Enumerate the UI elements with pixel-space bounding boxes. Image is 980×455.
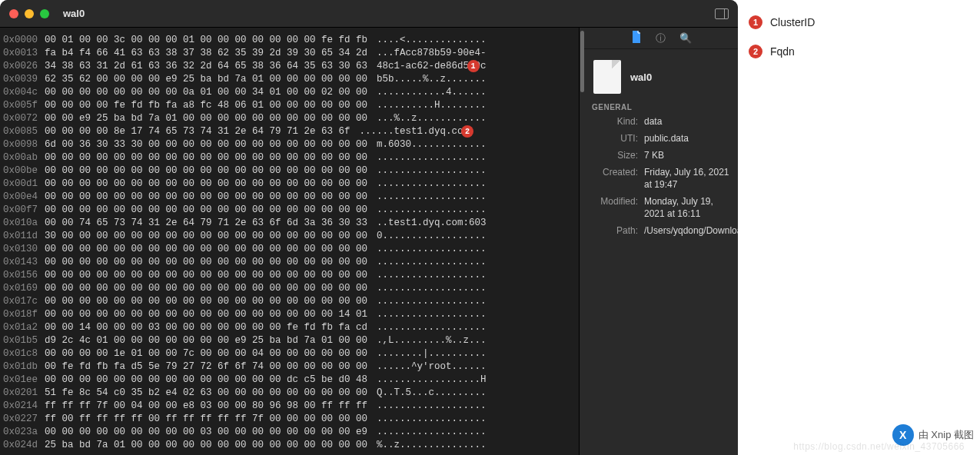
hex-view[interactable]: 0x000000 01 00 00 3c 00 00 00 01 00 00 0… — [0, 28, 579, 455]
file-thumbnail-icon — [593, 60, 621, 94]
hex-row: 0x010a00 00 74 65 73 74 31 2e 64 79 71 2… — [3, 217, 576, 230]
hex-row: 0x017c00 00 00 00 00 00 00 00 00 00 00 0… — [3, 295, 576, 308]
hex-bytes: 00 00 00 00 00 00 00 00 00 00 00 00 00 0… — [45, 204, 367, 217]
hex-ascii: b5b.....%..z....... — [377, 73, 487, 86]
hex-row: 0x003962 35 62 00 00 00 00 e9 25 ba bd 7… — [3, 73, 576, 86]
hex-address: 0x00be — [3, 164, 45, 178]
inspector-key: Kind: — [592, 115, 638, 128]
hex-bytes: 00 00 00 00 00 00 00 00 00 00 00 00 00 0… — [45, 164, 367, 178]
hex-address: 0x018f — [3, 308, 45, 321]
annotation-badge: 2 — [749, 45, 762, 58]
inspector-value: Friday, July 16, 2021 at 19:47 — [644, 166, 730, 191]
search-tab-icon[interactable]: 🔍 — [679, 32, 692, 44]
hex-bytes: 00 00 00 00 00 00 00 00 00 00 00 00 00 0… — [45, 256, 367, 269]
hex-ascii: ................... — [377, 282, 487, 295]
hex-ascii: ..test1.dyq.com:603 — [377, 217, 487, 230]
doc-info-tab-icon[interactable] — [631, 31, 642, 45]
hex-address: 0x01b5 — [3, 334, 45, 347]
hex-bytes: 00 00 00 00 8e 17 74 65 73 74 31 2e 64 7… — [45, 125, 350, 138]
inspector-row: Modified:Monday, July 19, 2021 at 16:11 — [584, 193, 738, 222]
hex-bytes: ff 00 ff ff ff ff 00 ff ff ff ff ff 7f 0… — [45, 413, 367, 426]
hex-ascii: ...fAcc878b59-90e4- — [377, 47, 487, 60]
hex-ascii: ................... — [377, 164, 487, 178]
annotation-label: ClusterID — [770, 16, 815, 28]
hex-address: 0x017c — [3, 295, 45, 308]
hex-ascii: ..........H........ — [377, 99, 487, 112]
hex-ascii: ....<.............. — [377, 34, 487, 47]
hex-bytes: 00 00 00 00 00 00 00 00 0a 01 00 00 34 0… — [45, 86, 367, 99]
hex-ascii: ................... — [377, 151, 487, 164]
hex-bytes: ff ff ff 7f 00 04 00 00 e8 03 00 00 80 9… — [45, 400, 367, 413]
hex-row: 0x0214ff ff ff 7f 00 04 00 00 e8 03 00 0… — [3, 400, 576, 413]
hex-ascii: ......test1.dyq.co — [360, 125, 463, 138]
hex-bytes: 00 00 74 65 73 74 31 2e 64 79 71 2e 63 6… — [45, 217, 367, 230]
hex-bytes: 00 00 00 00 00 00 00 00 00 00 00 00 00 0… — [45, 151, 367, 164]
hex-row: 0x00ab00 00 00 00 00 00 00 00 00 00 00 0… — [3, 151, 576, 164]
hex-row: 0x008500 00 00 00 8e 17 74 65 73 74 31 2… — [3, 125, 576, 138]
hex-address: 0x0214 — [3, 400, 45, 413]
hex-address: 0x0169 — [3, 282, 45, 295]
inspector-key: Modified: — [592, 195, 638, 220]
sidebar-toggle-icon[interactable] — [715, 8, 729, 19]
hex-ascii: %..z............... — [377, 439, 487, 452]
window-close-icon[interactable] — [9, 9, 18, 18]
inspector-row: Path:/Users/yqdong/Downloads/shareforvmw… — [584, 222, 738, 239]
inspector-key: UTI: — [592, 132, 638, 144]
hex-bytes: 00 00 00 00 1e 01 00 00 7c 00 00 00 04 0… — [45, 347, 367, 360]
hex-bytes: d9 2c 4c 01 00 00 00 00 00 00 00 e9 25 b… — [45, 334, 367, 347]
hex-scrollbar[interactable] — [579, 28, 584, 455]
inspector-panel: ⓘ 🔍 wal0 GENERAL Kind:dataUTI:public.dat… — [584, 28, 738, 455]
hex-address: 0x010a — [3, 217, 45, 230]
hex-ascii: ................... — [377, 321, 487, 334]
hex-row: 0x015600 00 00 00 00 00 00 00 00 00 00 0… — [3, 269, 576, 282]
hex-row: 0x00d100 00 00 00 00 00 00 00 00 00 00 0… — [3, 178, 576, 191]
inspector-key: Path: — [592, 224, 638, 237]
hex-ascii: ......^y'root...... — [377, 360, 487, 374]
hex-bytes: 00 00 00 00 00 00 00 00 00 00 00 00 00 0… — [45, 374, 367, 387]
window-minimize-icon[interactable] — [25, 9, 34, 18]
hex-ascii: Q..T.5...c......... — [377, 387, 487, 400]
hex-address: 0x004c — [3, 86, 45, 99]
inspector-value: data — [644, 115, 662, 128]
hex-row: 0x013000 00 00 00 00 00 00 00 00 00 00 0… — [3, 243, 576, 256]
hex-address: 0x0098 — [3, 138, 45, 151]
hex-row: 0x01db00 fe fd fb fa d5 5e 79 27 72 6f 6… — [3, 360, 576, 374]
hex-row: 0x01b5d9 2c 4c 01 00 00 00 00 00 00 00 e… — [3, 334, 576, 347]
hex-address: 0x00ab — [3, 151, 45, 164]
hex-ascii: ................... — [377, 308, 487, 321]
hex-address: 0x01c8 — [3, 347, 45, 360]
inspector-key: Created: — [592, 166, 638, 191]
hex-address: 0x0130 — [3, 243, 45, 256]
hex-ascii: ...%..z............ — [377, 112, 487, 125]
app-window: wal0 0x000000 01 00 00 3c 00 00 00 01 00… — [0, 0, 738, 455]
inspector-row: Created:Friday, July 16, 2021 at 19:47 — [584, 164, 738, 193]
inspector-value: /Users/yqdong/Downloads/shareforvmware/w… — [644, 224, 738, 237]
hex-bytes: 30 00 00 00 00 00 00 00 00 00 00 00 00 0… — [45, 230, 367, 243]
hex-address: 0x0026 — [3, 60, 45, 73]
hex-row: 0x014300 00 00 00 00 00 00 00 00 00 00 0… — [3, 256, 576, 269]
hex-bytes: 25 ba bd 7a 01 00 00 00 00 00 00 00 00 0… — [45, 439, 367, 452]
hex-ascii: ................... — [377, 243, 487, 256]
hex-ascii: m.6030............. — [377, 138, 487, 151]
hex-row: 0x005f00 00 00 00 fe fd fb fa a8 fc 48 0… — [3, 99, 576, 112]
hex-bytes: 62 35 62 00 00 00 00 e9 25 ba bd 7a 01 0… — [45, 73, 367, 86]
info-tab-icon[interactable]: ⓘ — [656, 32, 666, 45]
hex-row: 0x007200 00 e9 25 ba bd 7a 01 00 00 00 0… — [3, 112, 576, 125]
hex-bytes: 00 00 14 00 00 00 03 00 00 00 00 00 00 0… — [45, 321, 367, 334]
hex-bytes: 34 38 63 31 2d 61 63 36 32 2d 64 65 38 3… — [45, 60, 367, 73]
hex-bytes: 00 00 00 00 00 00 00 00 00 00 00 00 00 0… — [45, 243, 367, 256]
hex-address: 0x024d — [3, 439, 45, 452]
hex-ascii: ........|.......... — [377, 347, 487, 360]
scroll-thumb[interactable] — [580, 31, 584, 92]
hex-bytes: 00 00 00 00 00 00 00 00 00 00 00 00 00 0… — [45, 295, 367, 308]
hex-address: 0x0085 — [3, 125, 45, 138]
window-zoom-icon[interactable] — [40, 9, 49, 18]
hex-ascii: ..................H — [377, 374, 487, 387]
hex-address: 0x00f7 — [3, 204, 45, 217]
hex-ascii: 48c1-ac62-de86d5c0c — [377, 60, 487, 73]
hex-bytes: 00 00 00 00 00 00 00 00 00 00 00 00 00 0… — [45, 191, 367, 204]
hex-address: 0x0039 — [3, 73, 45, 86]
hex-address: 0x0156 — [3, 269, 45, 282]
annotation-label: Fqdn — [770, 45, 795, 58]
annotation-item: 2Fqdn — [749, 45, 969, 58]
